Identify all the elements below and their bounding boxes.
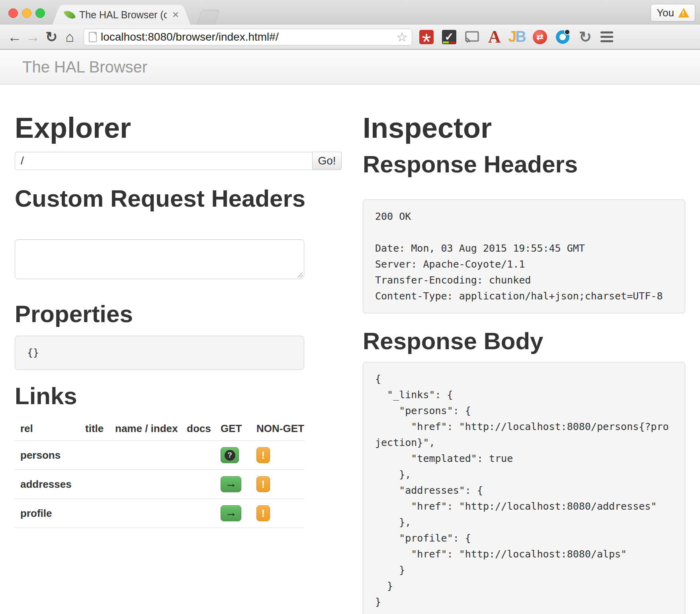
properties-value: {} [15,336,304,370]
main-content: Explorer Go! Custom Request Headers Prop… [0,85,700,614]
col-non-get: NON-GET [251,418,304,441]
app-header: The HAL Browser [0,50,700,85]
question-icon: ? [225,450,235,461]
red-circle-extension-icon[interactable]: ⇄ [533,30,547,44]
profile-button[interactable]: You ! [651,4,695,22]
links-table: rel title name / index docs GET NON-GET … [15,418,304,528]
get-button[interactable]: → [221,505,241,521]
feedly-extension-icon[interactable] [660,577,678,596]
home-button[interactable]: ⌂ [61,30,79,44]
lastpass-extension-icon[interactable]: * [419,30,434,44]
rel-value: profile [15,499,80,528]
response-headers-title: Response Headers [363,152,685,177]
browser-tab[interactable]: The HAL Browser (customiz × [62,5,181,25]
url-path: /browser/index.html#/ [173,31,279,43]
arrow-right-icon: → [225,506,237,518]
letter-a-extension-icon[interactable]: A [487,30,502,44]
tab-title: The HAL Browser (customiz [79,9,167,21]
inspector-title: Inspector [363,112,685,144]
jb-extension-icon[interactable]: JB [510,30,524,44]
history-sync-icon[interactable]: ↻ [578,30,592,44]
app-title: The HAL Browser [22,58,147,76]
checkmark-extension-icon[interactable]: ✓ [442,30,456,44]
col-title: title [80,418,109,441]
arrow-right-icon: → [225,477,237,489]
rel-value: addresses [15,470,80,499]
warning-icon: ! [678,8,689,18]
address-bar[interactable]: localhost:8080/browser/index.html#/ ☆ [84,29,412,45]
resource-path-input[interactable] [15,152,313,170]
url-text[interactable]: localhost:8080/browser/index.html#/ [101,31,392,43]
browser-toolbar: ← → ↻ ⌂ localhost:8080/browser/index.htm… [0,25,700,50]
table-row: persons ? ! [15,441,304,470]
custom-request-headers-title: Custom Request Headers [15,186,342,211]
response-body-json: { "_links": { "persons": { "href": "http… [375,373,669,608]
forward-button[interactable]: → [24,30,42,44]
col-rel: rel [15,418,80,441]
blue-ring-extension-icon[interactable] [555,30,570,44]
custom-headers-textarea[interactable] [15,239,304,279]
spring-leaf-favicon [64,9,75,20]
new-tab-button[interactable] [197,10,220,25]
response-body-box: { "_links": { "persons": { "href": "http… [363,362,685,614]
address-input-group: Go! [15,152,342,170]
tab-close-icon[interactable]: × [171,9,180,20]
extension-icons: * ✓ A JB ⇄ ↻ [419,30,592,44]
table-row: profile → ! [15,499,304,528]
explorer-panel: Explorer Go! Custom Request Headers Prop… [15,85,342,528]
chromecast-extension-icon[interactable] [465,30,479,44]
zoom-window-button[interactable] [35,8,45,18]
url-host: localhost:8080 [101,31,173,43]
window-controls [8,8,45,18]
response-headers-box: 200 OK Date: Mon, 03 Aug 2015 19:55:45 G… [363,199,685,313]
col-name-index: name / index [109,418,181,441]
response-body-title: Response Body [363,329,685,354]
tab-strip: The HAL Browser (customiz × You ! [0,0,700,25]
links-header-row: rel title name / index docs GET NON-GET [15,418,304,441]
table-row: addresses → ! [15,470,304,499]
non-get-button[interactable]: ! [256,447,270,463]
close-window-button[interactable] [8,8,18,18]
profile-label: You [657,7,674,19]
get-button[interactable]: ? [221,447,239,463]
rel-value: persons [15,441,80,470]
page-icon [89,32,97,42]
exclamation-icon: ! [262,508,265,519]
inspector-panel: Inspector Response Headers 200 OK Date: … [363,85,685,614]
exclamation-icon: ! [262,450,265,461]
properties-title: Properties [15,301,342,327]
go-button[interactable]: Go! [313,152,342,170]
links-title: Links [15,383,342,409]
bookmark-star-icon[interactable]: ☆ [396,29,408,45]
chrome-menu-icon[interactable] [600,31,613,42]
col-docs: docs [181,418,215,441]
minimize-window-button[interactable] [22,8,31,18]
get-button[interactable]: → [221,476,241,492]
col-get: GET [215,418,251,441]
reload-button[interactable]: ↻ [42,30,61,44]
back-button[interactable]: ← [6,30,24,44]
non-get-button[interactable]: ! [256,476,270,492]
custom-headers-wrap [15,239,304,279]
exclamation-icon: ! [262,479,265,490]
explorer-title: Explorer [15,112,342,144]
non-get-button[interactable]: ! [256,505,270,521]
